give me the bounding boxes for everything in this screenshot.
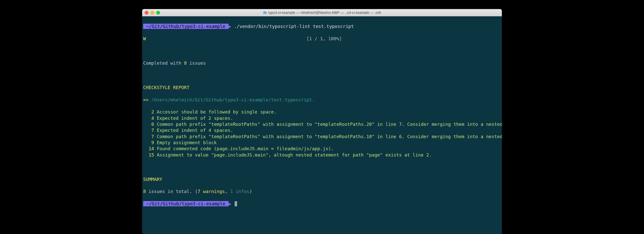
checkstyle-file-line: => /Users/mhelmich/Git/Github/typo3-ci-e… [143, 97, 501, 103]
completed-suffix: issues [187, 60, 206, 66]
issue-message: Expected indent of 2 spaces. [157, 115, 233, 121]
issue-row: 15 Assignment to value "page.includeJS.m… [143, 152, 501, 158]
folder-icon [263, 11, 267, 15]
issue-message: Common path prefix "templateRootPaths" w… [157, 134, 502, 139]
command-text: ./vendor/bin/typoscript-lint test.typosc… [234, 24, 354, 29]
close-button[interactable] [145, 11, 148, 15]
cursor [235, 201, 237, 206]
window-title: typo3-ci-example — mhelmich@Martins-MBP … [142, 11, 502, 15]
prompt-arrow-icon: ▶ [229, 24, 231, 29]
prompt-path-2: ~/Git/Github/typo3-ci-example [143, 201, 229, 206]
completed-line: Completed with 8 issues [143, 60, 501, 66]
summary-infos: 1 infos [230, 189, 249, 194]
issue-line-number: 7 [143, 134, 154, 139]
issue-row: 14 Found commented code (page.includeJS.… [143, 146, 501, 152]
minimize-button[interactable] [150, 11, 154, 15]
prompt-path: ~/Git/Github/typo3-ci-example [143, 24, 229, 29]
summary-paren-open: ( [195, 189, 198, 194]
blank-line [143, 48, 501, 54]
terminal-window: typo3-ci-example — mhelmich@Martins-MBP … [142, 9, 502, 234]
terminal-body[interactable]: ~/Git/Github/typo3-ci-example ▶ ./vendor… [142, 16, 502, 234]
issue-row: 6 Common path prefix "templateRootPaths"… [143, 121, 501, 127]
issue-line-number: 14 [143, 146, 154, 151]
summary-heading: SUMMARY [143, 176, 501, 182]
issue-line-number: 2 [143, 109, 154, 114]
arrow-prefix: => [143, 97, 151, 102]
issue-row: 7 Expected indent of 4 spaces. [143, 127, 501, 133]
summary-sep: , [225, 189, 230, 194]
blank-line [143, 164, 501, 170]
blank-line [143, 72, 501, 79]
issue-row: 4 Expected indent of 2 spaces. [143, 115, 501, 121]
window-title-text: typo3-ci-example — mhelmich@Martins-MBP … [269, 11, 381, 15]
issue-row: 7 Common path prefix "templateRootPaths"… [143, 134, 501, 140]
summary-line: 8 issues in total. (7 warnings, 1 infos) [143, 188, 501, 194]
progress-line: W [1 / 1, 100%] [143, 36, 501, 42]
prompt-line-1: ~/Git/Github/typo3-ci-example ▶ ./vendor… [143, 23, 501, 29]
traffic-lights [145, 11, 160, 15]
issue-message: Empty assignment block [157, 140, 217, 145]
progress-w: W [143, 36, 146, 41]
issue-message: Common path prefix "templateRootPaths" w… [157, 122, 502, 127]
summary-issues-text: issues in total. [146, 189, 195, 194]
issue-message: Found commented code (page.includeJS.mai… [157, 146, 334, 151]
summary-issues-num: 8 [143, 189, 146, 194]
issue-line-number: 7 [143, 128, 154, 133]
checkstyle-heading: CHECKSTYLE REPORT [143, 85, 501, 91]
issue-message: Assignment to value "page.includeJS.main… [157, 152, 432, 158]
issue-message: Expected indent of 4 spaces. [157, 128, 233, 133]
issue-message: Accessor should be followed by single sp… [157, 109, 277, 114]
maximize-button[interactable] [156, 11, 160, 15]
completed-count: 8 [184, 60, 187, 66]
issue-line-number: 4 [143, 115, 154, 121]
issue-line-number: 6 [143, 122, 154, 127]
issue-row: 2 Accessor should be followed by single … [143, 109, 501, 115]
summary-warnings: 7 warnings [198, 189, 225, 194]
completed-prefix: Completed with [143, 60, 184, 66]
issue-row: 9 Empty assignment block [143, 140, 501, 146]
progress-status: [1 / 1, 100%] [306, 36, 342, 41]
file-path: /Users/mhelmich/Git/Github/typo3-ci-exam… [151, 97, 315, 102]
prompt-arrow-icon-2: ▶ [229, 201, 231, 206]
issue-line-number: 9 [143, 140, 154, 145]
issue-line-number: 15 [143, 152, 154, 158]
titlebar: typo3-ci-example — mhelmich@Martins-MBP … [142, 9, 502, 16]
prompt-line-2: ~/Git/Github/typo3-ci-example ▶ [143, 201, 501, 207]
summary-paren-close: ) [249, 189, 252, 194]
